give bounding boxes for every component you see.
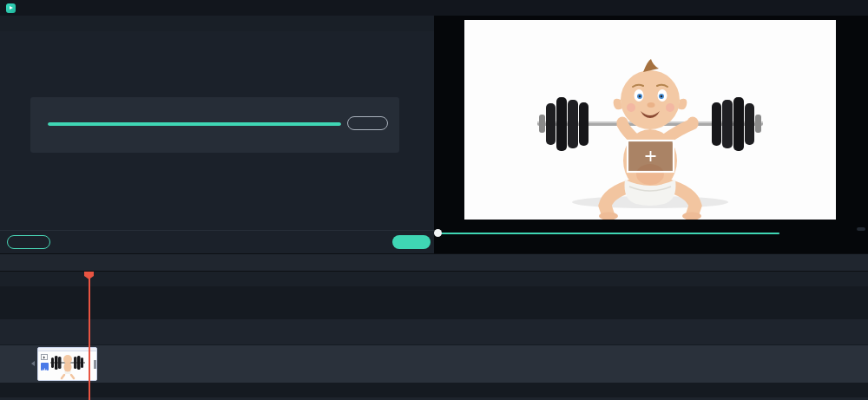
video-track-icon xyxy=(5,327,15,337)
progress-bar-fill xyxy=(48,122,341,126)
ok-button[interactable] xyxy=(392,235,431,249)
preview-right-controls xyxy=(823,239,863,247)
preview-video-frame xyxy=(464,20,836,220)
panel-tabs xyxy=(0,16,434,31)
lock-icon[interactable] xyxy=(23,327,32,337)
preview-seek-row xyxy=(434,226,868,240)
titlebar xyxy=(0,0,868,16)
track-3-header xyxy=(5,327,48,337)
video-track-icon xyxy=(5,359,15,369)
seek-handle[interactable] xyxy=(434,229,442,237)
video-track-2[interactable] xyxy=(0,345,868,383)
properties-panel xyxy=(0,16,434,253)
playhead-line[interactable] xyxy=(89,272,90,400)
panel-bottom-bar xyxy=(0,230,434,253)
timeline xyxy=(0,272,868,400)
progress-bar xyxy=(48,122,341,126)
preview-zoom-select[interactable] xyxy=(823,239,850,247)
eye-icon[interactable] xyxy=(38,327,48,337)
preview-panel xyxy=(434,16,868,253)
seek-bar[interactable] xyxy=(441,233,779,234)
panel-subtabs xyxy=(0,31,434,48)
filmora-window xyxy=(0,0,868,400)
baby-barbell-video xyxy=(464,20,836,220)
seek-bar-fill xyxy=(441,233,779,234)
cancel-button[interactable] xyxy=(347,116,388,130)
ruler-left-icons xyxy=(0,272,35,286)
clip-trim-handle[interactable] xyxy=(94,360,96,369)
reset-button[interactable] xyxy=(7,235,50,249)
chevron-down-icon xyxy=(842,239,850,247)
video-track-3[interactable] xyxy=(0,319,868,344)
timeline-ruler[interactable] xyxy=(0,272,868,286)
tracking-box xyxy=(628,141,674,172)
filmora-logo-icon xyxy=(6,3,16,13)
clip-effect-badge-icon xyxy=(41,363,49,370)
clip-play-badge-icon xyxy=(41,354,48,360)
preview-timecode xyxy=(857,227,865,231)
timeline-toolbar xyxy=(0,253,868,272)
rendering-progress-panel xyxy=(30,97,399,153)
clip-left-marker xyxy=(31,361,35,366)
